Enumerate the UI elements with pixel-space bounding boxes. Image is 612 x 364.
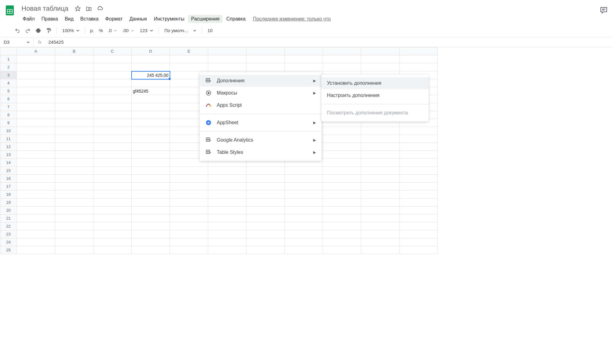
cell-1[interactable] bbox=[323, 55, 361, 63]
menu-файл[interactable]: Файл bbox=[20, 15, 38, 23]
cell-B20[interactable] bbox=[55, 206, 93, 214]
currency-format-button[interactable]: р. bbox=[88, 28, 96, 33]
cell-D4[interactable] bbox=[132, 79, 170, 87]
cell-C10[interactable] bbox=[93, 127, 132, 135]
cell-21[interactable] bbox=[323, 214, 361, 222]
cell-B11[interactable] bbox=[55, 135, 93, 143]
cell-18[interactable] bbox=[323, 191, 361, 199]
cell-23[interactable] bbox=[285, 230, 323, 238]
cell-A17[interactable] bbox=[17, 183, 55, 191]
cell-C12[interactable] bbox=[93, 143, 132, 151]
cell-D14[interactable] bbox=[132, 159, 170, 167]
undo-button[interactable] bbox=[13, 26, 22, 35]
cell-A20[interactable] bbox=[17, 206, 55, 214]
col-header-C[interactable]: C bbox=[93, 47, 132, 55]
cell-C2[interactable] bbox=[93, 63, 132, 71]
cell-22[interactable] bbox=[361, 222, 400, 230]
cell-25[interactable] bbox=[246, 246, 285, 254]
cell-D1[interactable] bbox=[132, 55, 170, 63]
cell-A21[interactable] bbox=[17, 214, 55, 222]
font-dropdown[interactable]: По умолча… bbox=[162, 28, 199, 33]
cell-D21[interactable] bbox=[132, 214, 170, 222]
select-all-corner[interactable] bbox=[0, 47, 17, 55]
number-format-dropdown[interactable]: 123 bbox=[137, 28, 156, 33]
row-header-8[interactable]: 8 bbox=[0, 111, 17, 119]
cell-D20[interactable] bbox=[132, 206, 170, 214]
cell-15[interactable] bbox=[285, 167, 323, 175]
cell-15[interactable] bbox=[246, 167, 285, 175]
cell-1[interactable] bbox=[400, 55, 438, 63]
cell-A2[interactable] bbox=[17, 63, 55, 71]
row-header-11[interactable]: 11 bbox=[0, 135, 17, 143]
row-header-23[interactable]: 23 bbox=[0, 230, 17, 238]
cell-D19[interactable] bbox=[132, 199, 170, 206]
cell-15[interactable] bbox=[400, 167, 438, 175]
cell-1[interactable] bbox=[208, 55, 246, 63]
cell-C11[interactable] bbox=[93, 135, 132, 143]
cell-B23[interactable] bbox=[55, 230, 93, 238]
cell-13[interactable] bbox=[323, 151, 361, 159]
cell-C24[interactable] bbox=[93, 238, 132, 246]
col-header-E[interactable]: E bbox=[170, 47, 208, 55]
cell-D11[interactable] bbox=[132, 135, 170, 143]
cell-C9[interactable] bbox=[93, 119, 132, 127]
cell-C5[interactable] bbox=[93, 87, 132, 95]
cell-24[interactable] bbox=[400, 238, 438, 246]
menu-правка[interactable]: Правка bbox=[38, 15, 61, 23]
cell-20[interactable] bbox=[323, 206, 361, 214]
cell-2[interactable] bbox=[361, 63, 400, 71]
cell-B15[interactable] bbox=[55, 167, 93, 175]
cell-20[interactable] bbox=[400, 206, 438, 214]
cell-B8[interactable] bbox=[55, 111, 93, 119]
cell-22[interactable] bbox=[323, 222, 361, 230]
cell-2[interactable] bbox=[285, 63, 323, 71]
cell-10[interactable] bbox=[323, 127, 361, 135]
cell-B6[interactable] bbox=[55, 95, 93, 103]
cell-D10[interactable] bbox=[132, 127, 170, 135]
cell-C23[interactable] bbox=[93, 230, 132, 238]
cell-C14[interactable] bbox=[93, 159, 132, 167]
decrease-decimal-button[interactable]: .0← bbox=[106, 28, 119, 33]
cell-20[interactable] bbox=[361, 206, 400, 214]
cell-16[interactable] bbox=[285, 175, 323, 183]
cell-25[interactable] bbox=[361, 246, 400, 254]
col-header-D[interactable]: D bbox=[132, 47, 170, 55]
cell-D22[interactable] bbox=[132, 222, 170, 230]
cell-D18[interactable] bbox=[132, 191, 170, 199]
cell-14[interactable] bbox=[361, 159, 400, 167]
cell-17[interactable] bbox=[285, 183, 323, 191]
row-header-9[interactable]: 9 bbox=[0, 119, 17, 127]
name-box[interactable]: D3 bbox=[0, 37, 34, 47]
percent-format-button[interactable]: % bbox=[97, 28, 105, 33]
cell-A1[interactable] bbox=[17, 55, 55, 63]
menu-item-макросы[interactable]: Макросы▶ bbox=[200, 87, 321, 99]
cell-21[interactable] bbox=[285, 214, 323, 222]
cell-21[interactable] bbox=[208, 214, 246, 222]
cell-23[interactable] bbox=[361, 230, 400, 238]
cell-16[interactable] bbox=[323, 175, 361, 183]
menu-инструменты[interactable]: Инструменты bbox=[151, 15, 187, 23]
cell-12[interactable] bbox=[400, 143, 438, 151]
cell-24[interactable] bbox=[246, 238, 285, 246]
cell-20[interactable] bbox=[285, 206, 323, 214]
cell-11[interactable] bbox=[361, 135, 400, 143]
row-header-16[interactable]: 16 bbox=[0, 175, 17, 183]
menu-item-дополнения[interactable]: Дополнения▶ bbox=[200, 75, 321, 87]
paint-format-button[interactable] bbox=[44, 26, 53, 35]
row-header-6[interactable]: 6 bbox=[0, 95, 17, 103]
menu-item-установить-дополнения[interactable]: Установить дополнения bbox=[321, 77, 429, 89]
cell-14[interactable] bbox=[400, 159, 438, 167]
cell-B3[interactable] bbox=[55, 71, 93, 79]
cell-A12[interactable] bbox=[17, 143, 55, 151]
cell-D13[interactable] bbox=[132, 151, 170, 159]
cell-A23[interactable] bbox=[17, 230, 55, 238]
col-header-A[interactable]: A bbox=[17, 47, 55, 55]
menu-item-table-styles[interactable]: Table Styles▶ bbox=[200, 146, 321, 158]
col-header-extra[interactable] bbox=[361, 47, 400, 55]
cell-D25[interactable] bbox=[132, 246, 170, 254]
menu-справка[interactable]: Справка bbox=[223, 15, 249, 23]
redo-button[interactable] bbox=[23, 26, 32, 35]
cell-12[interactable] bbox=[361, 143, 400, 151]
row-header-3[interactable]: 3 bbox=[0, 71, 17, 79]
cell-E24[interactable] bbox=[170, 238, 208, 246]
